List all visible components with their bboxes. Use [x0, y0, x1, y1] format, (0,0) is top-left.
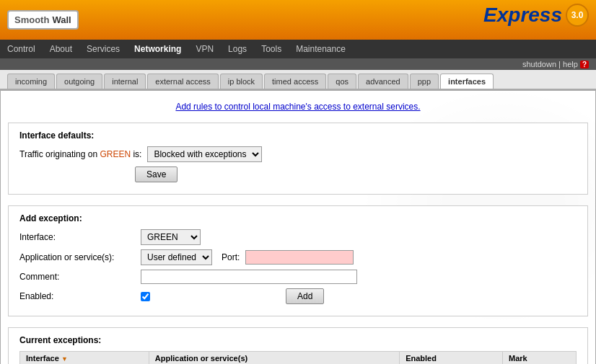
tab-advanced[interactable]: advanced	[358, 74, 408, 89]
interface-defaults-section: Interface defaults: Traffic originating …	[8, 123, 588, 195]
enabled-checkbox[interactable]	[141, 292, 150, 301]
current-exceptions-section: Current exceptions: Interface ▼ Applicat…	[8, 327, 588, 364]
app-dropdown[interactable]: User defined HTTP HTTPS FTP SSH DNS	[141, 249, 212, 265]
nav-logs[interactable]: Logs	[228, 44, 247, 54]
current-exceptions-title: Current exceptions:	[19, 335, 577, 345]
col-enabled: Enabled	[400, 352, 503, 365]
tab-incoming[interactable]: incoming	[7, 74, 55, 89]
version-badge: 3.0	[566, 4, 589, 27]
col-app: Application or service(s)	[149, 352, 399, 365]
info-link-text[interactable]: Add rules to control local machine's acc…	[175, 102, 420, 112]
app-logo: Smooth Wall	[7, 10, 79, 30]
add-exception-section: Add exception: Interface: GREEN ORANGE B…	[8, 205, 588, 316]
enabled-row: Enabled: Add	[19, 288, 577, 304]
nav-networking[interactable]: Networking	[134, 44, 181, 54]
col-mark: Mark	[503, 352, 577, 365]
nav-maintenance[interactable]: Maintenance	[296, 44, 346, 54]
green-highlight: GREEN	[100, 149, 131, 159]
nav-services[interactable]: Services	[87, 44, 120, 54]
save-row: Save	[135, 167, 577, 182]
interface-dropdown[interactable]: GREEN ORANGE BLUE RED	[141, 229, 201, 245]
interface-defaults-title: Interface defaults:	[19, 130, 577, 141]
nav-vpn[interactable]: VPN	[196, 44, 214, 54]
tab-qos[interactable]: qos	[328, 74, 356, 89]
comment-label: Comment:	[19, 272, 135, 282]
express-label: Express	[483, 4, 562, 27]
express-badge: Express 3.0	[483, 4, 589, 27]
logo-wall: Wall	[52, 14, 71, 25]
tab-outgoing[interactable]: outgoing	[56, 74, 102, 89]
add-exception-title: Add exception:	[19, 213, 577, 223]
traffic-dropdown[interactable]: Blocked with exceptions Allowed Blocked	[147, 146, 262, 162]
tab-internal[interactable]: internal	[104, 74, 146, 89]
app-header: Smooth Wall Express 3.0	[0, 0, 596, 40]
help-icon: ?	[580, 61, 589, 68]
traffic-row: Traffic originating on GREEN is: Blocked…	[19, 146, 577, 162]
interface-row: Interface: GREEN ORANGE BLUE RED	[19, 229, 577, 245]
traffic-label: Traffic originating on GREEN is:	[19, 149, 141, 159]
tab-timed-access[interactable]: timed access	[264, 74, 326, 89]
main-content: Add rules to control local machine's acc…	[0, 90, 596, 364]
tab-ppp[interactable]: ppp	[410, 74, 439, 89]
col-interface: Interface ▼	[20, 352, 149, 365]
save-button[interactable]: Save	[135, 167, 178, 182]
tab-ip-block[interactable]: ip block	[220, 74, 263, 89]
info-link: Add rules to control local machine's acc…	[8, 102, 588, 112]
interface-label: Interface:	[19, 232, 135, 242]
tabs-bar: incoming outgoing internal external acce…	[0, 70, 596, 90]
nav-about[interactable]: About	[50, 44, 72, 54]
port-label: Port:	[222, 252, 240, 262]
userbar: shutdown | help ?	[0, 58, 596, 70]
tab-external-access[interactable]: external access	[147, 74, 218, 89]
navbar: Control About Services Networking VPN Lo…	[0, 40, 596, 58]
logo-smooth: Smooth	[14, 14, 49, 25]
nav-control[interactable]: Control	[7, 44, 35, 54]
sort-icon[interactable]: ▼	[61, 355, 68, 363]
app-label: Application or service(s):	[19, 252, 135, 262]
comment-input[interactable]	[141, 270, 357, 284]
app-row: Application or service(s): User defined …	[19, 249, 577, 265]
port-input[interactable]	[245, 250, 354, 265]
help-link[interactable]: help ?	[563, 60, 589, 68]
table-header-row: Interface ▼ Application or service(s) En…	[20, 352, 577, 365]
tab-interfaces[interactable]: interfaces	[440, 74, 494, 89]
shutdown-link[interactable]: shutdown	[522, 60, 556, 68]
nav-tools[interactable]: Tools	[261, 44, 281, 54]
current-exceptions-table: Interface ▼ Application or service(s) En…	[19, 351, 577, 364]
comment-row: Comment:	[19, 270, 577, 284]
add-button[interactable]: Add	[286, 288, 324, 304]
enabled-label: Enabled:	[19, 291, 135, 301]
